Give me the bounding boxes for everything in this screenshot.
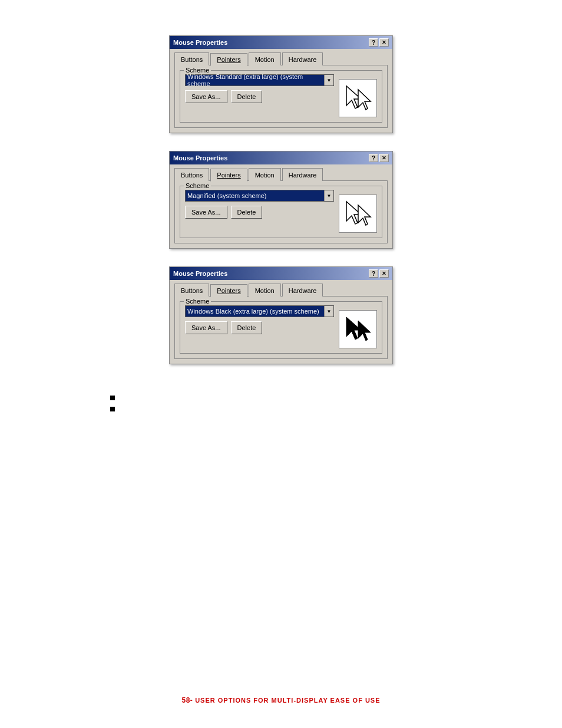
titlebar-1: Mouse Properties ? ✕ [170,36,392,49]
tabs-3: Buttons Pointers Motion Hardware [174,284,388,297]
scheme-group-1: Scheme Windows Standard (extra large) (s… [180,70,382,123]
cursor-icon-3 [343,316,373,342]
tab-buttons-2[interactable]: Buttons [174,168,209,181]
close-button-3[interactable]: ✕ [379,269,389,278]
help-button-1[interactable]: ? [369,38,378,47]
svg-marker-5 [358,321,371,341]
dialog-content-2: Buttons Pointers Motion Hardware Scheme … [170,164,392,248]
title-3: Mouse Properties [173,270,227,277]
scheme-value-2: Magnified (system scheme) [186,190,324,201]
scheme-label-2: Scheme [184,182,211,189]
tab-motion-2[interactable]: Motion [249,168,281,181]
svg-marker-3 [358,205,371,225]
tab-motion-1[interactable]: Motion [249,52,281,65]
tab-hardware-1[interactable]: Hardware [282,52,323,65]
titlebar-buttons-1: ? ✕ [369,38,389,47]
tab-pointers-2[interactable]: Pointers [210,169,247,182]
scheme-value-1: Windows Standard (extra large) (system s… [186,75,324,85]
dropdown-arrow-2[interactable]: ▼ [324,190,333,201]
bullet-item-1 [110,394,487,400]
cursor-preview-1 [339,79,377,117]
scheme-left-1: Windows Standard (extra large) (system s… [185,74,334,103]
dropdown-arrow-3[interactable]: ▼ [324,306,333,317]
scheme-left-3: Windows Black (extra large) (system sche… [185,305,334,334]
footer-number: 58- [181,696,193,704]
delete-button-3[interactable]: Delete [231,321,263,334]
svg-marker-1 [358,90,371,110]
scheme-dropdown-3[interactable]: Windows Black (extra large) (system sche… [185,305,334,317]
scheme-left-2: Magnified (system scheme) ▼ Save As... D… [185,190,334,219]
dialog-1: Mouse Properties ? ✕ Buttons Pointers Mo… [169,35,393,133]
tab-hardware-3[interactable]: Hardware [282,284,323,297]
page-footer: 58- USER OPTIONS FOR MULTI-DISPLAY EASE … [181,696,380,704]
tab-buttons-1[interactable]: Buttons [174,52,209,65]
tab-panel-2: Scheme Magnified (system scheme) ▼ Save … [174,180,388,243]
scheme-dropdown-1[interactable]: Windows Standard (extra large) (system s… [185,74,334,86]
dialog-wrapper-1: Mouse Properties ? ✕ Buttons Pointers Mo… [0,35,562,133]
bullets-section [75,382,487,416]
close-button-1[interactable]: ✕ [379,38,389,47]
tabs-2: Buttons Pointers Motion Hardware [174,168,388,181]
scheme-value-3: Windows Black (extra large) (system sche… [186,306,324,317]
cursor-icon-1 [343,85,373,111]
scheme-group-2: Scheme Magnified (system scheme) ▼ Save … [180,186,382,238]
buttons-row-3: Save As... Delete [185,321,334,334]
dropdown-arrow-1[interactable]: ▼ [324,75,333,85]
save-as-button-1[interactable]: Save As... [185,90,227,103]
save-as-button-3[interactable]: Save As... [185,321,227,334]
delete-button-1[interactable]: Delete [231,90,263,103]
save-as-button-2[interactable]: Save As... [185,206,227,219]
bullet-item-2 [110,405,487,411]
page-content: Mouse Properties ? ✕ Buttons Pointers Mo… [0,0,562,440]
buttons-row-1: Save As... Delete [185,90,334,103]
titlebar-2: Mouse Properties ? ✕ [170,151,392,164]
titlebar-buttons-3: ? ✕ [369,269,389,278]
titlebar-buttons-2: ? ✕ [369,154,389,162]
footer-text: USER OPTIONS FOR MULTI-DISPLAY EASE OF U… [195,697,380,704]
delete-button-2[interactable]: Delete [231,206,263,219]
dialog-3: Mouse Properties ? ✕ Buttons Pointers Mo… [169,266,393,364]
tab-pointers-1[interactable]: Pointers [210,53,247,66]
tab-panel-3: Scheme Windows Black (extra large) (syst… [174,296,388,359]
bullet-dot-2 [110,407,115,411]
scheme-dropdown-2[interactable]: Magnified (system scheme) ▼ [185,190,334,202]
scheme-group-3: Scheme Windows Black (extra large) (syst… [180,301,382,354]
close-button-2[interactable]: ✕ [379,154,389,162]
tab-panel-1: Scheme Windows Standard (extra large) (s… [174,65,388,128]
tab-buttons-3[interactable]: Buttons [174,284,209,297]
bullet-dot-1 [110,396,115,400]
cursor-preview-2 [339,195,377,233]
tab-motion-3[interactable]: Motion [249,284,281,297]
title-2: Mouse Properties [173,154,227,162]
titlebar-3: Mouse Properties ? ✕ [170,267,392,280]
dialog-wrapper-3: Mouse Properties ? ✕ Buttons Pointers Mo… [0,266,562,364]
tabs-1: Buttons Pointers Motion Hardware [174,52,388,65]
tab-pointers-3[interactable]: Pointers [210,284,247,297]
buttons-row-2: Save As... Delete [185,206,334,219]
help-button-3[interactable]: ? [369,269,378,278]
cursor-icon-2 [343,200,373,227]
help-button-2[interactable]: ? [369,154,378,162]
title-1: Mouse Properties [173,39,227,46]
dialog-wrapper-2: Mouse Properties ? ✕ Buttons Pointers Mo… [0,151,562,249]
dialog-2: Mouse Properties ? ✕ Buttons Pointers Mo… [169,151,393,249]
scheme-label-1: Scheme [184,67,211,74]
tab-hardware-2[interactable]: Hardware [282,168,323,181]
scheme-label-3: Scheme [184,298,211,305]
cursor-preview-3 [339,310,377,348]
dialog-content-3: Buttons Pointers Motion Hardware Scheme … [170,280,392,364]
dialog-content-1: Buttons Pointers Motion Hardware Scheme … [170,49,392,133]
